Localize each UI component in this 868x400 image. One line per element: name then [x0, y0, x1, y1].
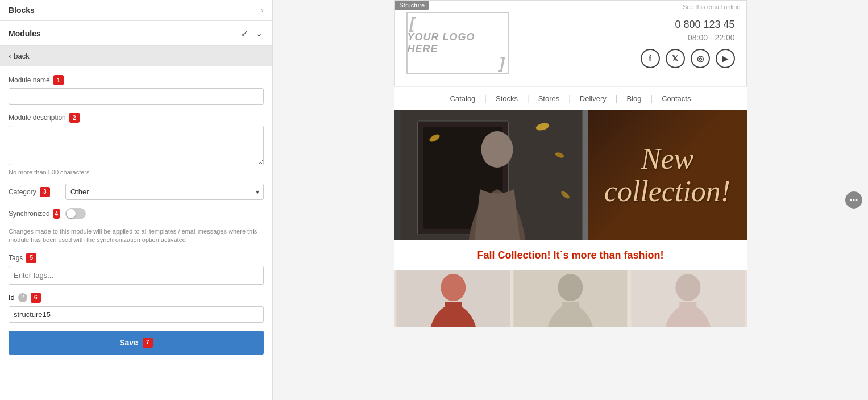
modules-title: Modules	[9, 29, 41, 38]
blocks-arrow-icon[interactable]: ›	[261, 6, 264, 15]
nav-stocks[interactable]: Stocks	[487, 94, 527, 103]
blocks-title: Blocks	[9, 6, 35, 15]
phone-number: 0 800 123 45	[641, 19, 735, 31]
id-group: Id ? 6	[9, 293, 264, 323]
product-svg-2	[512, 270, 629, 327]
instagram-icon[interactable]: ◎	[691, 49, 710, 68]
nav-contacts[interactable]: Contacts	[653, 94, 700, 103]
module-description-group: Module description 2 No more than 500 ch…	[9, 113, 264, 176]
back-button[interactable]: ‹ back	[0, 46, 272, 66]
logo-placeholder: YOUR LoGo HERE	[406, 12, 509, 74]
email-header-block: Structure See this email online YOUR LoG…	[394, 0, 747, 86]
collapse-icon[interactable]: ⌄	[254, 27, 264, 40]
synchronized-badge: 4	[53, 209, 60, 219]
category-select-wrapper: Other Content Layout Navigation Header F…	[65, 184, 264, 200]
svg-rect-16	[679, 302, 696, 327]
nav-delivery[interactable]: Delivery	[571, 94, 616, 103]
svg-point-15	[675, 274, 700, 301]
banner-text-area: New collection!	[588, 131, 747, 219]
tags-label: Tags	[9, 254, 23, 262]
product-card-3	[629, 270, 747, 327]
module-description-badge: 2	[69, 113, 80, 123]
email-banner: New collection!	[394, 110, 747, 240]
product-image-3	[629, 270, 747, 327]
banner-person-svg	[394, 110, 588, 240]
svg-point-12	[558, 274, 583, 301]
email-nav: Catalog | Stocks | Stores | Delivery | B…	[394, 86, 747, 110]
id-badge: 6	[31, 293, 41, 303]
logo-text: YOUR LoGo HERE	[408, 31, 508, 55]
id-label: Id	[9, 293, 15, 302]
product-card-2	[512, 270, 629, 327]
category-label-row: Category 3	[9, 187, 60, 197]
module-description-input[interactable]	[9, 126, 264, 165]
phone-hours: 08:00 - 22:00	[641, 33, 735, 42]
module-name-group: Module name 1	[9, 75, 264, 105]
sync-note: Changes made to this module will be appl…	[9, 227, 264, 245]
banner-text-collection: collection!	[604, 175, 730, 207]
category-row: Category 3 Other Content Layout Navigati…	[9, 184, 264, 200]
header-content: YOUR LoGo HERE 0 800 123 45 08:00 - 22:0…	[395, 1, 746, 86]
svg-rect-13	[562, 302, 579, 327]
id-input[interactable]	[9, 306, 264, 323]
header-right: 0 800 123 45 08:00 - 22:00 f 𝕏 ◎ ▶	[641, 19, 735, 68]
product-image-1	[394, 270, 512, 327]
twitter-icon[interactable]: 𝕏	[666, 49, 685, 68]
synchronized-label-row: Synchronized 4	[9, 209, 60, 219]
back-chevron-icon: ‹	[9, 52, 11, 60]
banner-text-new: New	[641, 143, 693, 175]
synchronized-toggle[interactable]	[65, 208, 86, 219]
nav-catalog[interactable]: Catalog	[441, 94, 485, 103]
product-svg-3	[629, 270, 747, 327]
tags-input[interactable]	[9, 266, 264, 285]
module-description-label-row: Module description 2	[9, 113, 264, 123]
save-button[interactable]: Save 7	[9, 331, 264, 355]
svg-point-3	[481, 131, 513, 168]
product-image-2	[512, 270, 629, 327]
product-grid	[394, 270, 747, 327]
synchronized-label: Synchronized	[9, 210, 50, 218]
nav-blog[interactable]: Blog	[617, 94, 650, 103]
category-select[interactable]: Other Content Layout Navigation Header F…	[65, 184, 264, 200]
module-name-label: Module name	[9, 76, 50, 84]
nav-stores[interactable]: Stores	[529, 94, 569, 103]
synchronized-row: Synchronized 4	[9, 208, 264, 219]
modules-actions: ⤢ ⌄	[240, 27, 264, 40]
category-badge: 3	[40, 187, 50, 197]
toggle-track[interactable]	[65, 208, 86, 219]
social-icons-row: f 𝕏 ◎ ▶	[641, 49, 735, 68]
right-panel: Structure See this email online YOUR LoG…	[273, 0, 868, 400]
svg-rect-10	[445, 302, 462, 327]
feature-title: Fall Collection! It`s more than fashion!	[394, 240, 747, 270]
more-options-button[interactable]: ···	[845, 191, 862, 209]
product-card-1	[394, 270, 512, 327]
save-badge: 7	[143, 338, 153, 348]
save-label: Save	[119, 338, 138, 347]
banner-image	[394, 110, 588, 240]
svg-point-9	[441, 274, 466, 301]
tags-label-row: Tags 5	[9, 253, 264, 263]
product-svg-1	[394, 270, 512, 327]
module-name-input[interactable]	[9, 88, 264, 105]
tags-badge: 5	[26, 253, 36, 263]
facebook-icon[interactable]: f	[641, 49, 660, 68]
email-preview: Structure See this email online YOUR LoG…	[394, 0, 747, 327]
form-area: Module name 1 Module description 2 No mo…	[0, 66, 272, 400]
module-name-label-row: Module name 1	[9, 75, 264, 85]
category-label: Category	[9, 188, 36, 196]
expand-icon[interactable]: ⤢	[240, 27, 250, 40]
module-description-label: Module description	[9, 114, 66, 122]
id-label-row: Id ? 6	[9, 293, 264, 303]
youtube-icon[interactable]: ▶	[716, 49, 735, 68]
tags-group: Tags 5	[9, 253, 264, 285]
id-help-icon[interactable]: ?	[18, 293, 27, 302]
back-label: back	[14, 52, 29, 60]
char-hint: No more than 500 characters	[9, 169, 264, 176]
blocks-header: Blocks ›	[0, 0, 272, 21]
structure-badge: Structure	[395, 1, 430, 10]
modules-header: Modules ⤢ ⌄	[0, 21, 272, 46]
toggle-knob	[67, 209, 76, 218]
module-name-badge: 1	[53, 75, 64, 85]
left-panel: Blocks › Modules ⤢ ⌄ ‹ back Module name …	[0, 0, 273, 400]
see-online-link[interactable]: See this email online	[683, 3, 741, 10]
